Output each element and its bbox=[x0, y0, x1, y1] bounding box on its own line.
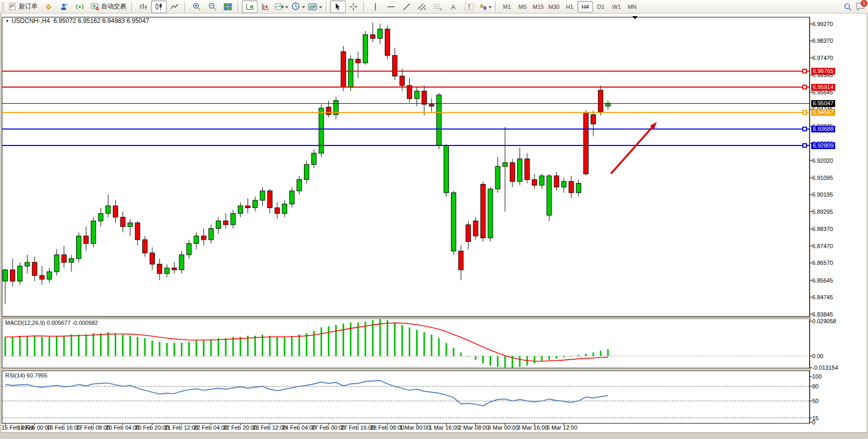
svg-text:T: T bbox=[468, 4, 471, 10]
candle-body bbox=[525, 159, 530, 180]
macd-histogram-bar bbox=[63, 336, 65, 356]
tab-timeframe-MN[interactable]: MN bbox=[625, 1, 640, 13]
channel-button[interactable]: E bbox=[414, 1, 430, 13]
candlestick-chart-icon bbox=[155, 3, 163, 11]
main-panel-frame bbox=[2, 17, 810, 316]
candle-body bbox=[10, 270, 15, 282]
candle-body bbox=[194, 236, 199, 243]
tab-timeframe-M30[interactable]: M30 bbox=[546, 1, 561, 13]
notifications-button[interactable]: 1 bbox=[855, 2, 865, 12]
tab-timeframe-H1[interactable]: H1 bbox=[562, 1, 577, 13]
macd-histogram-bar bbox=[240, 337, 241, 356]
candle-body bbox=[275, 208, 279, 214]
text-label-button[interactable]: T bbox=[461, 1, 477, 13]
horizontal-line-button[interactable] bbox=[383, 1, 399, 13]
macd-histogram-bar bbox=[578, 355, 579, 356]
candle-body bbox=[459, 251, 463, 270]
tab-timeframe-D1[interactable]: D1 bbox=[593, 1, 608, 13]
panel-splitter-rsi[interactable] bbox=[0, 368, 811, 371]
macd-histogram-bar bbox=[203, 340, 204, 356]
vertical-line-button[interactable] bbox=[368, 1, 383, 13]
zoom-out-button[interactable] bbox=[204, 1, 220, 13]
macd-histogram-bar bbox=[276, 337, 278, 356]
candle-body bbox=[282, 204, 287, 213]
line-handle bbox=[803, 69, 806, 73]
notification-badge: 1 bbox=[861, 0, 867, 7]
candle-body bbox=[547, 176, 552, 215]
tab-timeframe-H4[interactable]: H4 bbox=[578, 1, 593, 13]
macd-histogram-bar bbox=[548, 356, 550, 360]
macd-histogram-bar bbox=[519, 356, 521, 367]
community-button[interactable] bbox=[56, 1, 72, 13]
macd-histogram-bar bbox=[284, 337, 285, 356]
symbol-ohlc-title[interactable]: ▼USDCNH-,H4 6.95072 6.95162 6.94983 6.95… bbox=[5, 17, 149, 25]
auto-scroll-button[interactable] bbox=[242, 1, 258, 13]
templates-button[interactable] bbox=[307, 1, 324, 13]
tile-windows-button[interactable] bbox=[220, 1, 236, 13]
trendline-button[interactable] bbox=[399, 1, 414, 13]
templates-icon bbox=[308, 3, 317, 11]
new-order-button[interactable]: 新订单 bbox=[6, 1, 41, 13]
candle-body bbox=[436, 95, 441, 145]
fibonacci-button[interactable]: F bbox=[430, 1, 446, 13]
zoom-in-icon bbox=[192, 2, 201, 11]
toolbar-right: 1 bbox=[843, 0, 865, 14]
rsi-label[interactable]: RSI(14) 60.7955 bbox=[5, 372, 47, 379]
candle-body bbox=[591, 115, 596, 124]
arrows-icon bbox=[479, 3, 487, 11]
macd-histogram-bar bbox=[394, 323, 396, 356]
cursor-button[interactable] bbox=[330, 1, 346, 13]
signals-icon bbox=[76, 3, 84, 11]
periods-button[interactable] bbox=[290, 1, 307, 13]
candle-body bbox=[179, 255, 184, 270]
funds-icon bbox=[44, 3, 53, 11]
candle-body bbox=[91, 221, 96, 243]
fibonacci-icon: F bbox=[433, 3, 443, 11]
candle-body bbox=[54, 255, 59, 272]
tab-timeframe-M1[interactable]: M1 bbox=[499, 1, 515, 13]
candle-body bbox=[40, 275, 44, 279]
chart-shift-marker-icon bbox=[632, 16, 638, 19]
toolbar-grip[interactable] bbox=[2, 2, 4, 12]
macd-label[interactable]: MACD(12,26,9) 0.005677 -0.000982 bbox=[5, 320, 98, 326]
macd-histogram-bar bbox=[174, 343, 175, 356]
tab-timeframe-M15[interactable]: M15 bbox=[531, 1, 546, 13]
chart-menu-arrow-icon[interactable]: ▼ bbox=[5, 19, 9, 23]
bar-chart-button[interactable] bbox=[136, 1, 151, 13]
candle-body bbox=[532, 179, 537, 185]
candle-body bbox=[106, 206, 111, 213]
candle-body bbox=[378, 29, 383, 39]
indicators-button[interactable] bbox=[273, 1, 290, 13]
panel-splitter-macd[interactable] bbox=[0, 317, 811, 319]
crosshair-icon bbox=[349, 3, 358, 11]
candle-body bbox=[466, 225, 471, 241]
text-button[interactable]: A bbox=[446, 1, 461, 13]
svg-text:E: E bbox=[424, 7, 426, 10]
candle-body bbox=[488, 189, 493, 238]
line-chart-button[interactable] bbox=[167, 1, 182, 13]
autotrading-button[interactable]: 自动交易 bbox=[88, 1, 129, 13]
periods-icon bbox=[291, 2, 300, 11]
zoom-in-button[interactable] bbox=[189, 1, 204, 13]
chevron-down-icon bbox=[488, 6, 492, 10]
funds-button[interactable] bbox=[41, 1, 56, 13]
chart-plot[interactable] bbox=[0, 0, 868, 439]
candlestick-chart-button[interactable] bbox=[151, 1, 167, 13]
macd-histogram-bar bbox=[321, 327, 322, 356]
search-icon[interactable] bbox=[843, 3, 852, 11]
tab-timeframe-W1[interactable]: W1 bbox=[609, 1, 624, 13]
macd-histogram-bar bbox=[137, 337, 138, 356]
crosshair-button[interactable] bbox=[346, 1, 361, 13]
chart-shift-button[interactable] bbox=[258, 1, 273, 13]
candle-body bbox=[444, 145, 449, 192]
macd-histogram-bar bbox=[93, 333, 94, 356]
chevron-down-icon bbox=[302, 6, 305, 10]
candle-body bbox=[429, 104, 434, 106]
time-tick-label: 22 Feb 04:00 bbox=[194, 424, 228, 431]
signals-button[interactable] bbox=[72, 1, 88, 13]
tab-timeframe-M5[interactable]: M5 bbox=[515, 1, 530, 13]
arrows-button[interactable] bbox=[477, 1, 493, 13]
macd-histogram-bar bbox=[563, 356, 565, 357]
candle-body bbox=[576, 184, 581, 193]
macd-histogram-bar bbox=[482, 356, 484, 363]
